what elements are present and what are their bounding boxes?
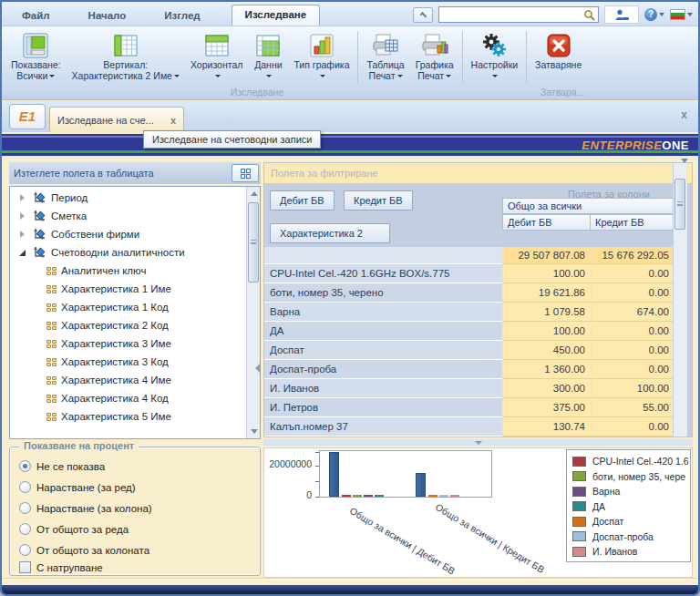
search-icon[interactable]	[583, 9, 598, 21]
table-row[interactable]: боти, номер 35, черено19 621.860.00	[264, 283, 674, 303]
radio-option[interactable]: Нарастване (за колона)	[19, 502, 152, 514]
radio-icon[interactable]	[19, 460, 31, 472]
chevron-down-icon	[320, 75, 325, 77]
tree-item-attribute[interactable]: Характеристика 2 Код	[10, 316, 245, 334]
legend-item[interactable]: Доспат-проба	[572, 529, 690, 545]
help-button[interactable]: ?	[644, 8, 664, 21]
scroll-up-icon[interactable]	[247, 187, 261, 200]
tab-file[interactable]: Файл	[15, 6, 57, 26]
vertical-field-button[interactable]: Вертикал: Характеристика 2 Име	[67, 28, 185, 86]
tree-item-attribute[interactable]: Характеристика 3 Код	[10, 353, 245, 371]
table-row[interactable]: Доспат450.000.00	[264, 341, 674, 360]
chevron-down-icon	[446, 75, 451, 77]
column-header-debit[interactable]: Дебит БВ	[502, 214, 591, 231]
data-field-credit[interactable]: Кредит БВ	[344, 190, 413, 211]
table-row[interactable]: Варна1 079.58674.00	[264, 303, 674, 322]
bar-credit[interactable]	[416, 473, 426, 497]
close-button[interactable]: Затваряне	[530, 28, 587, 86]
data-field-button[interactable]: Данни	[248, 28, 288, 86]
percent-groupbox-title: Показване на процент	[19, 440, 139, 451]
scrollbar-thumb[interactable]	[674, 179, 685, 230]
radio-option[interactable]: От общото за реда	[19, 523, 129, 535]
tree-item-attribute[interactable]: Характеристика 4 Код	[10, 389, 245, 407]
search-input[interactable]	[439, 8, 583, 21]
settings-button[interactable]: Настройки	[466, 28, 524, 86]
column-header-credit[interactable]: Кредит БВ	[590, 214, 675, 231]
legend-item[interactable]: боти, номер 35, чере	[572, 469, 690, 485]
document-tab-strip: Е1 Изследване на сче... x x	[2, 101, 698, 132]
scroll-down-icon[interactable]	[681, 159, 688, 179]
table-row[interactable]: Калъп.номер 37130.740.00	[264, 417, 674, 437]
legend-item[interactable]: И. Иванов	[572, 544, 690, 560]
bar-debit[interactable]	[329, 452, 339, 497]
layout-grid-button[interactable]	[232, 164, 259, 182]
tree-item-dimension-expanded[interactable]: Счетоводни аналитичности	[10, 243, 245, 262]
radio-icon[interactable]	[19, 481, 31, 493]
document-tab-close-icon[interactable]: x	[170, 116, 176, 125]
chart-print-button[interactable]: Графика Печат	[410, 28, 459, 86]
radio-option[interactable]: От общото за колоната	[19, 544, 149, 556]
tree-item-attribute[interactable]: Характеристика 1 Име	[10, 280, 245, 298]
chart-type-button[interactable]: Тип графика	[288, 28, 355, 86]
tooltip: Изследване на счетоводни записи	[143, 130, 321, 149]
table-row[interactable]: Доспат-проба1 360.000.00	[264, 360, 674, 379]
attribute-icon	[46, 267, 57, 275]
legend-swatch	[572, 501, 586, 511]
pivot-scrollbar[interactable]	[673, 163, 687, 437]
total-debit: 29 507 807.08	[502, 247, 591, 264]
data-field-debit[interactable]: Дебит БВ	[270, 190, 335, 211]
collapse-ribbon-button[interactable]	[413, 7, 433, 23]
table-row[interactable]: И. Иванов300.00100.00	[264, 379, 674, 398]
show-all-button[interactable]: Показване: Всички	[5, 28, 67, 86]
table-print-button[interactable]: Таблица Печат	[361, 28, 409, 86]
legend-item[interactable]: Доспат	[572, 514, 690, 529]
legend-item[interactable]: Варна	[572, 484, 690, 499]
strip-close-icon[interactable]: x	[681, 108, 687, 121]
table-row[interactable]: CPU-Intel Cel.-420 1.6GHz BOX/s.775100.0…	[264, 264, 674, 283]
tree-item-attribute[interactable]: Характеристика 3 Име	[10, 334, 245, 353]
scroll-down-icon[interactable]	[247, 425, 261, 438]
radio-icon[interactable]	[19, 544, 31, 556]
collapse-icon[interactable]	[15, 250, 28, 256]
filter-area[interactable]: Полета за филтриране	[264, 163, 692, 183]
radio-icon[interactable]	[19, 502, 31, 514]
tree-scrollbar[interactable]	[246, 187, 260, 438]
table-row[interactable]: ДА100.000.00	[264, 322, 674, 341]
user-button[interactable]	[604, 5, 639, 24]
legend-item[interactable]: ДА	[572, 499, 690, 515]
legend-item[interactable]: CPU-Intel Cel.-420 1.6	[572, 454, 690, 469]
document-tab[interactable]: Изследване на сче... x	[49, 107, 184, 132]
scrollbar-thumb[interactable]	[248, 202, 259, 283]
tab-view[interactable]: Изглед	[157, 6, 207, 26]
tree-item-dimension[interactable]: Период	[10, 189, 245, 207]
expand-icon[interactable]	[15, 194, 28, 201]
column-group-header[interactable]: Общо за всички	[502, 198, 675, 214]
document-tab-title: Изследване на сче...	[57, 115, 163, 126]
language-button[interactable]	[670, 9, 693, 20]
tree-item-attribute[interactable]: Характеристика 1 Код	[10, 298, 245, 316]
horizontal-field-button[interactable]: Хоризонтал	[185, 28, 248, 86]
checkbox-option[interactable]: С натрупване	[19, 561, 103, 573]
tree-item-dimension[interactable]: Собствени фирми	[10, 225, 245, 243]
checkbox-icon[interactable]	[19, 561, 31, 573]
row-label	[264, 247, 502, 264]
expand-icon[interactable]	[15, 231, 28, 238]
tree-item-attribute[interactable]: Аналитичен ключ	[10, 262, 245, 280]
chevron-down-icon	[397, 75, 403, 77]
tab-home[interactable]: Начало	[81, 6, 134, 26]
radio-icon[interactable]	[19, 523, 31, 535]
splitter-down-icon	[475, 441, 482, 445]
tree-item-attribute[interactable]: Характеристика 5 Име	[10, 407, 245, 426]
tree-item-attribute[interactable]: Характеристика 4 Име	[10, 371, 245, 389]
enterprise-one-logo: ENTERPRISEONE	[582, 139, 689, 152]
table-row[interactable]: И. Петров375.0055.00	[264, 398, 674, 417]
horizontal-splitter[interactable]	[263, 439, 693, 446]
tree-item-dimension[interactable]: Сметка	[10, 207, 245, 225]
radio-option[interactable]: Нарастване (за ред)	[19, 481, 136, 493]
e1-logo-button[interactable]: Е1	[9, 104, 46, 129]
tab-explore[interactable]: Изследване	[232, 5, 321, 26]
panel-collapse-icon[interactable]	[255, 364, 260, 373]
expand-icon[interactable]	[15, 212, 28, 220]
radio-option[interactable]: Не се показва	[19, 460, 105, 472]
row-field-button[interactable]: Характеристика 2 Име	[270, 223, 390, 243]
